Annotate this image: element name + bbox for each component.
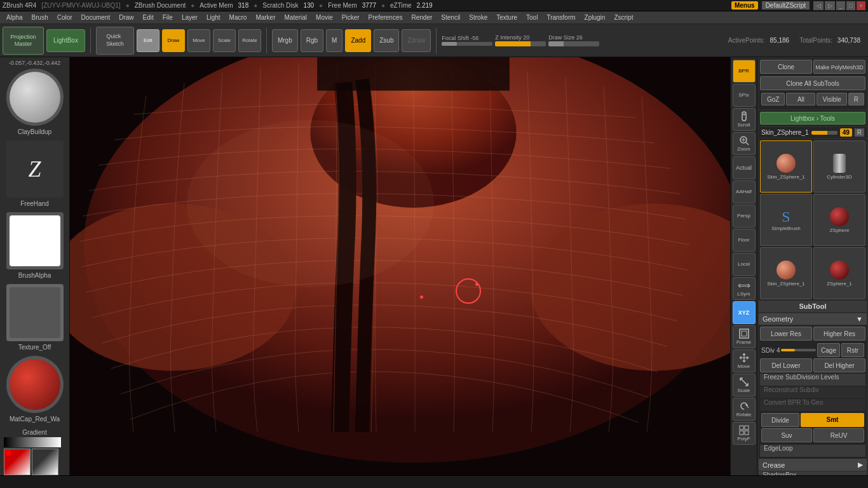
menu-preferences[interactable]: Preferences [365, 13, 407, 22]
polyf-button[interactable]: PolyF [733, 422, 756, 445]
reconstruct-subdiv-button[interactable]: Reconstruct Subdiv [760, 386, 865, 399]
clone-all-subtools-button[interactable]: Clone All SubTools [760, 76, 865, 90]
clay-buildup-preview[interactable] [6, 69, 64, 126]
default-script-btn[interactable]: DefaultZScript [762, 1, 810, 10]
mrgb-button[interactable]: Mrgb [272, 29, 298, 52]
menu-stroke[interactable]: Stroke [465, 13, 491, 22]
tool-zsphere[interactable]: ZSphere [813, 194, 865, 246]
skin-bar[interactable] [811, 131, 837, 135]
menu-draw[interactable]: Draw [115, 13, 137, 22]
local-button[interactable]: Local [733, 253, 756, 276]
zadd-button[interactable]: Zadd [345, 29, 371, 52]
texture-preview[interactable] [6, 284, 64, 341]
bpr-button[interactable]: BPR [733, 60, 756, 83]
menu-brush[interactable]: Brush [28, 13, 52, 22]
edgeloop-button[interactable]: EdgeLoop [760, 445, 865, 458]
lower-res-button[interactable]: Lower Res [760, 327, 812, 341]
tool-skin-zsphere-1[interactable]: Skin_ZSphere_1 [760, 140, 812, 193]
gradient-bar[interactable] [4, 437, 61, 447]
menu-edit[interactable]: Edit [139, 13, 158, 22]
skin-r-button[interactable]: R [855, 128, 864, 137]
canvas-area[interactable] [70, 57, 757, 475]
zoom-button[interactable]: Zoom [733, 132, 756, 155]
quick-sketch-button[interactable]: QuickSketch [96, 27, 134, 55]
reuv-button[interactable]: ReUV [813, 428, 864, 442]
persp-button[interactable]: Persp [733, 205, 756, 227]
menu-texture[interactable]: Texture [492, 13, 521, 22]
smt-button[interactable]: Smt [801, 413, 864, 427]
make-polymesh3d-button[interactable]: Make PolyMesh3D [813, 60, 865, 74]
undo-btn[interactable]: ◁ [813, 1, 824, 10]
max-btn[interactable]: □ [846, 1, 855, 10]
menu-file[interactable]: File [159, 13, 177, 22]
background-color[interactable] [32, 449, 58, 475]
menu-material[interactable]: Material [281, 13, 311, 22]
aahalf-button[interactable]: AAHalf [733, 180, 756, 203]
move-mini-button[interactable]: Move [733, 349, 756, 372]
freeze-subdiv-button[interactable]: Freeze SubDivision Levels [760, 374, 865, 386]
lightbox-tools-button[interactable]: Lightbox › Tools [760, 112, 865, 125]
cage-button[interactable]: Cage [817, 343, 840, 357]
visible-button[interactable]: Visible [817, 93, 846, 105]
menu-alpha[interactable]: Alpha [3, 13, 27, 22]
divide-button[interactable]: Divide [761, 413, 799, 427]
spix-button[interactable]: SPix [733, 84, 756, 107]
skin-val[interactable]: 49 [840, 128, 852, 137]
goz-button[interactable]: GoZ [761, 93, 785, 105]
viewport[interactable] [70, 57, 757, 475]
brush-alpha-preview[interactable] [6, 212, 64, 269]
draw-size-bar[interactable] [548, 41, 599, 46]
tool-zsphere-1[interactable]: ZSphere_1 [813, 247, 865, 299]
rgb-button[interactable]: Rgb [301, 29, 323, 52]
lightbox-button[interactable]: LightBox [46, 29, 85, 52]
draw-button[interactable]: Draw [162, 29, 185, 52]
menu-movie[interactable]: Movie [312, 13, 337, 22]
edit-button[interactable]: Edit [137, 29, 159, 52]
lsym-button[interactable]: ⟺ LSym [733, 277, 756, 300]
frame-button[interactable]: Frame [733, 325, 756, 348]
xyz-button[interactable]: XYZ [733, 301, 756, 324]
tool-simple-brush[interactable]: S SimpleBrush [760, 194, 812, 246]
clone-button[interactable]: Clone [760, 60, 812, 74]
floor-button[interactable]: Floor [733, 229, 756, 252]
scale-mini-button[interactable]: Scale [733, 374, 756, 396]
freehand-preview[interactable]: Z [6, 140, 64, 198]
menu-zplugin[interactable]: Zplugin [581, 13, 609, 22]
move-button[interactable]: Move [187, 29, 210, 52]
suv-button[interactable]: Suv [761, 428, 812, 442]
menu-transform[interactable]: Transform [543, 13, 579, 22]
scroll-button[interactable]: Scroll [733, 108, 756, 131]
higher-res-button[interactable]: Higher Res [813, 327, 865, 341]
menu-render[interactable]: Render [408, 13, 437, 22]
tool-cylinder3d[interactable]: Cylinder3D [813, 140, 865, 193]
m-button[interactable]: M [326, 29, 342, 52]
foreground-color[interactable] [4, 449, 31, 475]
zsub-button[interactable]: Zsub [374, 29, 399, 52]
menu-layer[interactable]: Layer [178, 13, 201, 22]
r-button[interactable]: R [848, 93, 864, 105]
menu-light[interactable]: Light [203, 13, 224, 22]
actual-button[interactable]: Actual [733, 156, 756, 179]
menu-macro[interactable]: Macro [226, 13, 251, 22]
menu-zscript[interactable]: Zscript [610, 13, 637, 22]
menu-picker[interactable]: Picker [338, 13, 363, 22]
del-lower-button[interactable]: Del Lower [760, 358, 812, 372]
menus-button[interactable]: Menus [731, 1, 758, 10]
zdraw-button[interactable]: Zdraw [402, 29, 431, 52]
scale-button[interactable]: Scale [213, 29, 236, 52]
del-higher-button[interactable]: Del Higher [813, 358, 865, 372]
z-intensity-bar[interactable] [495, 41, 546, 46]
all-button[interactable]: All [786, 93, 815, 105]
sdiv-slider[interactable] [781, 349, 816, 351]
redo-btn[interactable]: ▷ [825, 1, 835, 10]
projection-master-button[interactable]: ProjectionMaster [3, 27, 44, 55]
rotate-button[interactable]: Rotate [238, 29, 261, 52]
menu-stencil[interactable]: Stencil [437, 13, 464, 22]
tool-skin-zsphere-2[interactable]: Skin_ZSphere_1 [760, 247, 812, 299]
menu-document[interactable]: Document [78, 13, 114, 22]
min-btn[interactable]: _ [836, 1, 845, 10]
menu-marker[interactable]: Marker [252, 13, 279, 22]
close-btn[interactable]: × [857, 1, 865, 10]
focal-shift-bar[interactable] [442, 42, 492, 46]
rstr-button[interactable]: Rstr [841, 343, 864, 357]
